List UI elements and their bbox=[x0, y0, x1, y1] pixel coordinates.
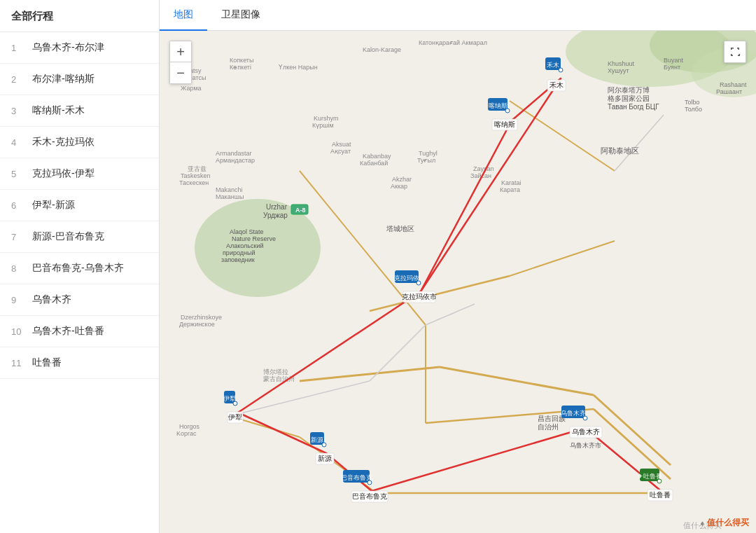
tab-satellite[interactable]: 卫星图像 bbox=[207, 0, 274, 31]
svg-text:Akzhar: Akzhar bbox=[392, 176, 412, 183]
svg-text:Хушуут: Хушуут bbox=[608, 67, 629, 74]
svg-text:伊犁: 伊犁 bbox=[223, 395, 236, 402]
route-label: 克拉玛依-伊犁 bbox=[32, 167, 148, 180]
svg-point-104 bbox=[416, 281, 421, 285]
svg-text:克拉玛依市: 克拉玛依市 bbox=[402, 293, 437, 300]
route-label: 禾木-克拉玛依 bbox=[32, 136, 148, 148]
route-item[interactable]: 4禾木-克拉玛依 bbox=[0, 127, 159, 158]
svg-text:Tughyl: Tughyl bbox=[419, 150, 438, 157]
route-item[interactable]: 2布尔津-喀纳斯 bbox=[0, 64, 159, 95]
svg-text:Kabanbay: Kabanbay bbox=[363, 153, 391, 160]
route-number: 1 bbox=[11, 43, 27, 53]
svg-text:Zaysan: Zaysan bbox=[473, 165, 494, 172]
route-label: 喀纳斯-禾木 bbox=[32, 104, 148, 117]
route-number: 3 bbox=[11, 106, 27, 116]
map-background: Alaqol State Nature Reserve Алакольский … bbox=[160, 31, 756, 533]
zoom-out-button[interactable]: − bbox=[170, 62, 191, 83]
route-item[interactable]: 6伊犁-新源 bbox=[0, 190, 159, 221]
svg-text:Күршім: Күршім bbox=[312, 122, 334, 129]
route-label: 伊犁-新源 bbox=[32, 199, 148, 212]
route-number: 2 bbox=[11, 74, 27, 85]
svg-text:亚古兹: 亚古兹 bbox=[188, 165, 206, 172]
watermark-icon: ♦ bbox=[700, 519, 704, 527]
route-item[interactable]: 1乌鲁木齐-布尔津 bbox=[0, 32, 159, 64]
svg-text:Buyant: Buyant bbox=[664, 57, 684, 64]
svg-text:Толбо: Толбо bbox=[685, 106, 702, 113]
svg-text:乌鲁木齐: 乌鲁木齐 bbox=[572, 428, 600, 436]
svg-text:Armandastar: Armandastar bbox=[216, 150, 252, 157]
svg-text:新源: 新源 bbox=[311, 436, 323, 443]
svg-text:Karatai: Karatai bbox=[501, 179, 522, 186]
route-item[interactable]: 8巴音布鲁克-乌鲁木齐 bbox=[0, 253, 159, 284]
svg-text:新源: 新源 bbox=[318, 455, 332, 462]
svg-text:乌鲁木齐: 乌鲁木齐 bbox=[561, 410, 586, 417]
svg-text:Таван Богд БЦГ: Таван Богд БЦГ bbox=[608, 103, 659, 111]
svg-text:禾木: 禾木 bbox=[550, 81, 564, 89]
svg-text:Dzerzhinskoye: Dzerzhinskoye bbox=[181, 314, 222, 321]
route-label: 乌鲁木齐-布尔津 bbox=[32, 41, 148, 54]
svg-text:吐鲁番: 吐鲁番 bbox=[650, 491, 671, 499]
svg-text:Таскескен: Таскескен bbox=[179, 179, 209, 186]
route-item[interactable]: 10乌鲁木齐-吐鲁番 bbox=[0, 316, 159, 347]
route-item[interactable]: 7新源-巴音布鲁克 bbox=[0, 221, 159, 253]
svg-text:Жарма: Жарма bbox=[181, 85, 202, 92]
route-number: 5 bbox=[11, 169, 27, 179]
route-number: 8 bbox=[11, 263, 27, 274]
svg-text:Копкеты: Копкеты bbox=[230, 57, 253, 64]
svg-text:自治州: 自治州 bbox=[538, 423, 559, 431]
svg-text:Рашаант: Рашаант bbox=[716, 88, 742, 95]
route-item[interactable]: 11吐鲁番 bbox=[0, 347, 159, 379]
watermark-text: 值什么得买 bbox=[707, 517, 749, 529]
svg-text:阿尔泰塔万博: 阿尔泰塔万博 bbox=[608, 86, 650, 94]
route-label: 乌鲁木齐 bbox=[32, 293, 148, 306]
svg-text:Tolbo: Tolbo bbox=[685, 99, 700, 106]
route-number: 7 bbox=[11, 232, 27, 242]
svg-text:格多国家公园: 格多国家公园 bbox=[607, 95, 650, 102]
svg-text:喀纳斯: 喀纳斯 bbox=[494, 120, 515, 128]
svg-text:A-8: A-8 bbox=[295, 207, 306, 214]
route-number: 11 bbox=[11, 358, 27, 368]
tab-map[interactable]: 地图 bbox=[160, 0, 207, 31]
svg-text:Makanchi: Makanchi bbox=[216, 186, 243, 193]
svg-text:Алакольский: Алакольский bbox=[226, 242, 264, 249]
svg-text:✈吐鲁番: ✈吐鲁番 bbox=[638, 473, 662, 480]
svg-text:Aksuat: Aksuat bbox=[332, 141, 351, 148]
svg-text:Аккар: Аккар bbox=[391, 183, 407, 190]
zoom-in-button[interactable]: + bbox=[170, 41, 191, 62]
svg-point-128 bbox=[583, 416, 587, 420]
svg-text:Армандастар: Армандастар bbox=[216, 157, 255, 164]
svg-text:Көпкеті: Көпкеті bbox=[230, 64, 251, 71]
route-label: 巴音布鲁克-乌鲁木齐 bbox=[32, 262, 148, 275]
route-item[interactable]: 5克拉玛依-伊犁 bbox=[0, 158, 159, 190]
fullscreen-button[interactable] bbox=[724, 41, 746, 63]
route-number: 6 bbox=[11, 200, 27, 211]
svg-text:Taskesken: Taskesken bbox=[181, 172, 211, 179]
route-number: 9 bbox=[11, 295, 27, 305]
route-item[interactable]: 9乌鲁木齐 bbox=[0, 284, 159, 316]
svg-text:Үлкен Нарын: Үлкен Нарын bbox=[278, 64, 318, 71]
svg-text:克拉玛依: 克拉玛依 bbox=[394, 275, 419, 282]
svg-text:喀纳斯: 喀纳斯 bbox=[489, 102, 507, 109]
sidebar-header: 全部行程 bbox=[0, 0, 159, 32]
map-container: 地图 卫星图像 Alaqol State Nature Reserve Алак… bbox=[160, 0, 756, 533]
zoom-controls: + − bbox=[169, 41, 192, 84]
route-list: 1乌鲁木齐-布尔津2布尔津-喀纳斯3喀纳斯-禾木4禾木-克拉玛依5克拉玛依-伊犁… bbox=[0, 32, 159, 379]
svg-text:乌鲁木齐市: 乌鲁木齐市 bbox=[570, 442, 601, 449]
svg-text:Карата: Карата bbox=[500, 186, 520, 193]
svg-text:Kalon-Karage: Kalon-Karage bbox=[363, 46, 401, 53]
svg-text:Khushuut: Khushuut bbox=[608, 60, 635, 67]
svg-text:塔城地区: 塔城地区 bbox=[386, 225, 414, 233]
map-svg: Alaqol State Nature Reserve Алакольский … bbox=[160, 31, 756, 533]
map-toolbar: 地图 卫星图像 bbox=[160, 0, 756, 31]
svg-text:природный: природный bbox=[223, 249, 255, 256]
svg-text:巴音布鲁克: 巴音布鲁克 bbox=[341, 474, 372, 481]
svg-text:伊犁: 伊犁 bbox=[228, 413, 242, 421]
svg-text:Koprac: Koprac bbox=[176, 430, 197, 437]
sidebar: 全部行程 1乌鲁木齐-布尔津2布尔津-喀纳斯3喀纳斯-禾木4禾木-克拉玛依5克拉… bbox=[0, 0, 160, 533]
route-item[interactable]: 3喀纳斯-禾木 bbox=[0, 95, 159, 127]
svg-text:Nature Reserve: Nature Reserve bbox=[232, 235, 276, 242]
svg-text:Держинское: Держинское bbox=[179, 321, 215, 328]
svg-point-98 bbox=[505, 109, 510, 113]
route-number: 10 bbox=[11, 326, 27, 337]
route-number: 4 bbox=[11, 137, 27, 148]
